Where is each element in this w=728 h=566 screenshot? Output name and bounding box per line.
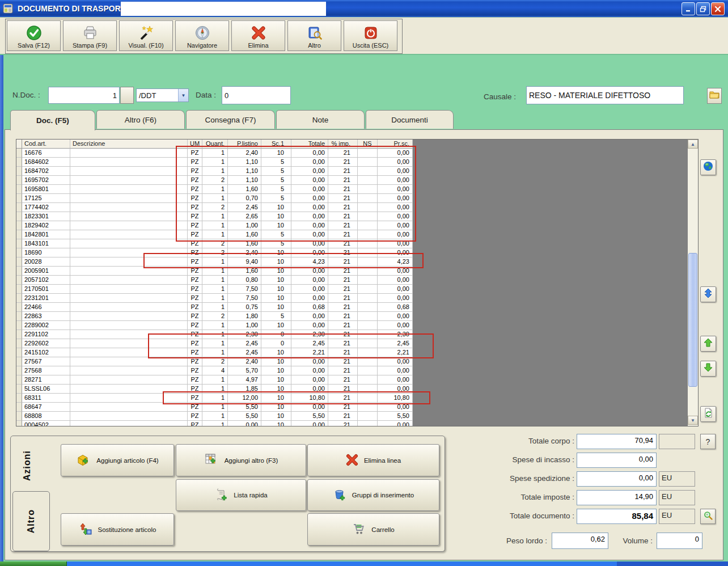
stampa-button[interactable]: Stampa (F9) — [63, 20, 117, 51]
help-button[interactable]: ? — [700, 434, 716, 449]
move-up-button[interactable] — [700, 336, 716, 352]
causale-lookup-button[interactable] — [707, 88, 722, 104]
sostituzione-articolo-button[interactable]: Sostituzione articolo — [61, 513, 174, 546]
altro-section-tab[interactable]: Altro — [12, 491, 50, 551]
table-cell: PZ — [188, 375, 202, 385]
ndoc-input[interactable] — [48, 87, 120, 104]
data-input[interactable] — [222, 86, 291, 104]
tab-consegna[interactable]: Consegna (F7) — [186, 110, 275, 129]
table-cell: PZ — [188, 312, 202, 321]
spese-spedizione-unit: EU — [659, 471, 695, 487]
table-cell — [16, 330, 22, 339]
visual-button[interactable]: Visual. (F10) — [119, 20, 173, 51]
uscita-button[interactable]: Uscita (ESC) — [344, 20, 397, 51]
navigatore-button[interactable]: Navigatore — [175, 20, 229, 51]
column-header — [16, 140, 22, 149]
table-cell: 0,00 — [378, 375, 413, 385]
restore-button[interactable] — [696, 2, 710, 15]
move-down-button[interactable] — [700, 361, 716, 377]
tab-doc[interactable]: Doc. (F5) — [10, 110, 95, 130]
aggiungi-articolo-button[interactable]: Aggiungi articolo (F4) — [61, 444, 174, 476]
table-cell: 2415102 — [22, 348, 70, 357]
table-cell: 10 — [261, 276, 291, 285]
table-row[interactable]: 68808PZ15,50105,50215,50 — [16, 412, 413, 421]
tab-documenti[interactable]: Documenti — [366, 110, 454, 129]
table-cell — [70, 158, 188, 167]
table-row[interactable]: 2057102PZ10,80100,00210,00 — [16, 276, 413, 285]
table-cell: 0,00 — [291, 294, 328, 303]
table-cell: PZ — [188, 421, 202, 426]
table-cell: 0,00 — [378, 285, 413, 294]
close-button[interactable] — [711, 2, 725, 15]
ndoc-spin-button[interactable] — [120, 87, 134, 104]
lista-rapida-label: Lista rapida — [234, 492, 267, 499]
spese-incasso-label: Spese di incasso : — [488, 455, 574, 464]
save-check-icon — [26, 24, 42, 42]
lista-rapida-button[interactable]: Lista rapida — [176, 479, 306, 511]
scroll-down-icon[interactable]: ▼ — [688, 416, 698, 425]
arrow-updown-icon — [704, 288, 713, 301]
volume-value[interactable]: 0 — [657, 533, 702, 549]
table-cell: 10 — [261, 285, 291, 294]
carrello-button[interactable]: Carrello — [307, 513, 439, 546]
scroll-up-icon[interactable]: ▲ — [688, 140, 698, 149]
doc-type-combo[interactable]: /DDT ▼ — [136, 88, 189, 102]
globe-button[interactable] — [700, 159, 716, 175]
altro-button[interactable]: Altro — [287, 20, 341, 51]
doc-type-value: /DDT — [137, 91, 178, 100]
navigatore-label: Navigatore — [187, 42, 217, 49]
table-row[interactable]: 22863PZ21,8050,00210,00 — [16, 312, 413, 321]
table-cell — [70, 221, 188, 230]
table-cell: 21 — [328, 357, 358, 366]
table-row[interactable]: 27567PZ22,40100,00210,00 — [16, 357, 413, 366]
table-cell: 10 — [261, 366, 291, 375]
globe-icon — [703, 161, 713, 174]
taskbar-segment — [617, 561, 728, 566]
table-cell — [16, 339, 22, 348]
elimina-button[interactable]: Elimina — [231, 20, 285, 51]
table-cell — [16, 375, 22, 385]
chevron-down-icon[interactable]: ▼ — [178, 89, 188, 102]
gruppi-inserimento-button[interactable]: Gruppi di inserimento — [307, 479, 439, 511]
zoom-total-button[interactable]: + — [700, 509, 716, 524]
table-row[interactable]: 22466PZ10,75100,68210,68 — [16, 303, 413, 312]
tab-altro[interactable]: Altro (F6) — [96, 110, 185, 129]
azioni-label: Azioni — [22, 450, 32, 481]
move-updown-button[interactable] — [700, 286, 716, 302]
table-cell — [16, 257, 22, 267]
spese-spedizione-value[interactable]: 0,00 — [577, 471, 657, 487]
table-cell — [70, 149, 188, 158]
salva-button[interactable]: Salva (F12) — [7, 20, 61, 51]
table-row[interactable]: 28271PZ14,97100,00210,00 — [16, 375, 413, 385]
peso-lordo-value[interactable]: 0,62 — [552, 533, 608, 549]
table-cell: 21 — [328, 412, 358, 421]
table-cell: 1 — [202, 375, 228, 385]
spese-incasso-value[interactable]: 0,00 — [577, 453, 657, 468]
table-cell — [358, 412, 378, 421]
salva-label: Salva (F12) — [18, 42, 50, 49]
grid-scrollbar[interactable]: ▲ ▼ — [688, 140, 698, 426]
aggiungi-altro-button[interactable]: Aggiungi altro (F3) — [176, 444, 306, 476]
table-cell — [16, 294, 22, 303]
causale-input[interactable] — [526, 86, 684, 104]
table-cell: 21 — [328, 375, 358, 385]
refresh-button[interactable] — [700, 406, 716, 422]
ndoc-label: N.Doc. : — [12, 91, 40, 99]
table-row[interactable]: 2231201PZ17,50100,00210,00 — [16, 294, 413, 303]
table-cell — [358, 285, 378, 294]
table-cell: 10 — [261, 421, 291, 426]
table-cell — [358, 303, 378, 312]
gruppi-inserimento-label: Gruppi di inserimento — [352, 492, 414, 499]
elimina-linea-button[interactable]: Elimina linea — [307, 444, 439, 476]
table-cell: 2292602 — [22, 339, 70, 348]
table-row[interactable]: 0004502PZ10,00100,00210,00 — [16, 421, 413, 426]
table-row[interactable]: 27568PZ45,70100,00210,00 — [16, 366, 413, 375]
scrollbar-thumb[interactable] — [688, 253, 697, 387]
start-button[interactable] — [0, 561, 67, 566]
tab-note[interactable]: Note — [276, 110, 365, 129]
table-row[interactable]: 2289002PZ11,00100,00210,00 — [16, 321, 413, 330]
table-cell: 0,00 — [378, 294, 413, 303]
minimize-button[interactable] — [682, 2, 695, 15]
table-row[interactable]: 2170501PZ17,50100,00210,00 — [16, 285, 413, 294]
table-cell — [358, 366, 378, 375]
